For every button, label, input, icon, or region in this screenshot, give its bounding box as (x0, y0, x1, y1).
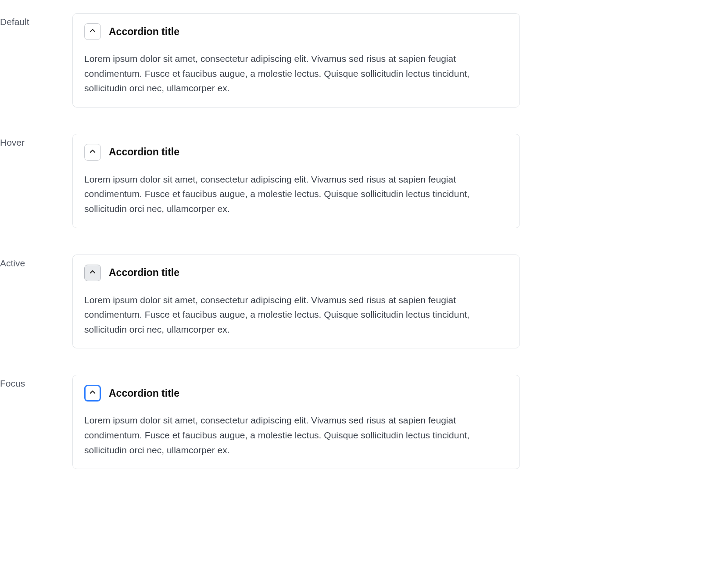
accordion-card: Accordion title Lorem ipsum dolor sit am… (72, 13, 520, 108)
state-label: Active (0, 255, 72, 269)
state-row-focus: Focus Accordion title Lorem ipsum dolor … (0, 375, 702, 469)
state-label: Default (0, 13, 72, 27)
chevron-up-icon (89, 147, 97, 157)
state-row-default: Default Accordion title Lorem ipsum dolo… (0, 13, 702, 108)
accordion-toggle-button[interactable] (84, 265, 101, 281)
accordion-card: Accordion title Lorem ipsum dolor sit am… (72, 134, 520, 228)
accordion-body: Lorem ipsum dolor sit amet, consectetur … (84, 172, 508, 216)
accordion-card: Accordion title Lorem ipsum dolor sit am… (72, 375, 520, 469)
accordion-title: Accordion title (109, 26, 179, 38)
accordion-body: Lorem ipsum dolor sit amet, consectetur … (84, 413, 508, 457)
accordion-toggle-button[interactable] (84, 23, 101, 40)
chevron-up-icon (89, 388, 97, 398)
accordion-toggle-button[interactable] (84, 385, 101, 402)
accordion-title: Accordion title (109, 146, 179, 158)
chevron-up-icon (89, 268, 97, 278)
accordion-header[interactable]: Accordion title (84, 385, 508, 402)
accordion-title: Accordion title (109, 267, 179, 279)
chevron-up-icon (89, 27, 97, 36)
accordion-header[interactable]: Accordion title (84, 23, 508, 40)
accordion-header[interactable]: Accordion title (84, 144, 508, 161)
accordion-card: Accordion title Lorem ipsum dolor sit am… (72, 255, 520, 349)
state-label: Focus (0, 375, 72, 389)
accordion-body: Lorem ipsum dolor sit amet, consectetur … (84, 51, 508, 96)
accordion-body: Lorem ipsum dolor sit amet, consectetur … (84, 293, 508, 337)
accordion-title: Accordion title (109, 387, 179, 399)
state-label: Hover (0, 134, 72, 148)
state-row-active: Active Accordion title Lorem ipsum dolor… (0, 255, 702, 349)
accordion-toggle-button[interactable] (84, 144, 101, 161)
state-row-hover: Hover Accordion title Lorem ipsum dolor … (0, 134, 702, 228)
accordion-header[interactable]: Accordion title (84, 265, 508, 281)
